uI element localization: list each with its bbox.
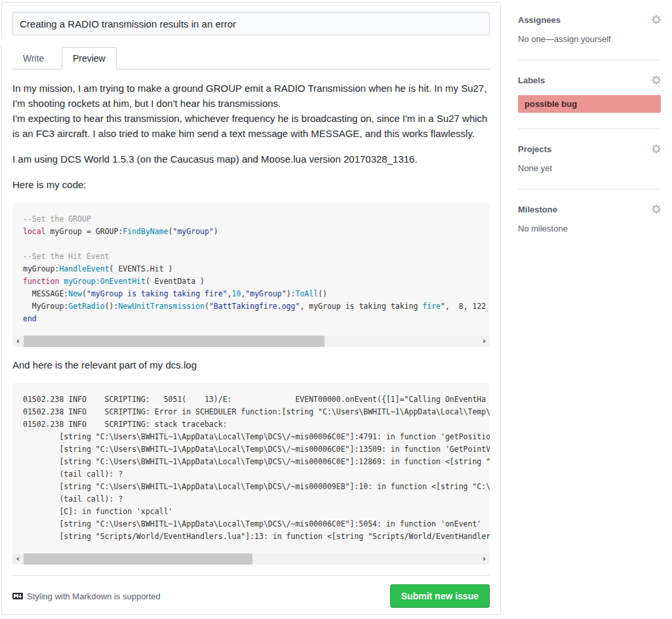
comment-box-caret (0, 38, 6, 47)
labels-section: Labels possible bug (518, 60, 661, 129)
tab-write[interactable]: Write (12, 48, 54, 69)
markdown-icon (12, 591, 23, 601)
labels-gear-icon[interactable] (652, 75, 661, 85)
form-footer: Styling with Markdown is supported Submi… (12, 575, 490, 617)
assignees-gear-icon[interactable] (652, 14, 661, 25)
markdown-note-text: Styling with Markdown is supported (27, 591, 161, 601)
scroll-right-icon[interactable]: › (479, 553, 490, 565)
projects-heading: Projects (518, 144, 551, 154)
preview-pane: In my mission, I am trying to make a gro… (12, 70, 490, 565)
write-preview-tabs: Write Preview (12, 47, 490, 70)
issue-body-paragraph: I am using DCS World 1.5.3 (on the Cauca… (12, 151, 490, 167)
projects-section: Projects None yet (518, 129, 661, 189)
log-scrollbar-thumb[interactable] (24, 553, 252, 565)
assignees-heading: Assignees (518, 15, 561, 25)
milestone-section: Milestone No milestone (518, 189, 661, 249)
label-possible-bug[interactable]: possible bug (518, 95, 661, 113)
scroll-left-icon[interactable]: ‹ (12, 553, 24, 565)
scroll-left-icon[interactable]: ‹ (12, 336, 24, 347)
assignees-section: Assignees No one—assign yourself (518, 0, 661, 60)
projects-gear-icon[interactable] (652, 144, 661, 154)
log-horizontal-scrollbar[interactable]: ‹ › (12, 553, 490, 565)
code-scrollbar-thumb[interactable] (24, 336, 325, 347)
milestone-heading: Milestone (518, 205, 557, 214)
milestone-gear-icon[interactable] (652, 204, 661, 214)
markdown-support-note[interactable]: Styling with Markdown is supported (12, 591, 161, 601)
projects-value: None yet (518, 163, 661, 173)
issue-sidebar: Assignees No one—assign yourself Labels … (518, 0, 661, 249)
assignees-value[interactable]: No one—assign yourself (518, 34, 661, 44)
scroll-right-icon[interactable]: › (479, 336, 490, 347)
issue-body-text: I'm expecting to hear this transmission,… (12, 113, 487, 139)
issue-body-paragraph: And here is the relevant part of my dcs.… (12, 357, 490, 372)
issue-body-paragraph: Here is my code: (12, 177, 490, 192)
issue-title-input[interactable] (12, 12, 490, 35)
new-issue-form: Write Preview In my mission, I am trying… (1, 2, 501, 615)
dcs-log-block: 01502.238 INFO SCRIPTING: 5051( 13)/E: E… (12, 383, 490, 553)
milestone-value: No milestone (518, 224, 661, 233)
labels-heading: Labels (518, 75, 545, 85)
tab-preview[interactable]: Preview (62, 47, 117, 70)
code-horizontal-scrollbar[interactable]: ‹ › (12, 336, 490, 347)
issue-body-text: In my mission, I am trying to make a gro… (12, 83, 486, 109)
submit-new-issue-button[interactable]: Submit new issue (390, 584, 490, 608)
lua-code-block: --Set the GROUP local myGroup = GROUP:Fi… (12, 203, 490, 336)
issue-body-paragraph: In my mission, I am trying to make a gro… (12, 81, 490, 141)
